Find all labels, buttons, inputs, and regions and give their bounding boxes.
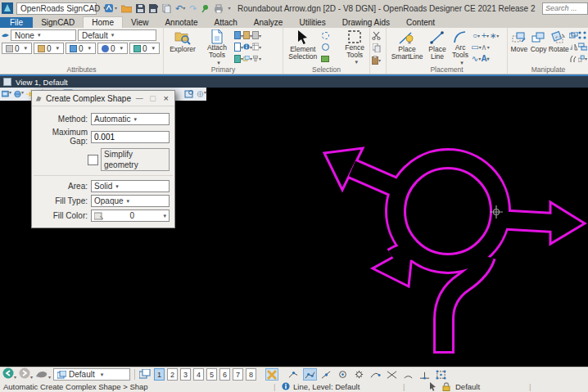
array-icon[interactable]: [578, 31, 587, 40]
markups-icon[interactable]: [243, 54, 252, 63]
place-rectangle-icon[interactable]: ▭: [472, 43, 481, 52]
stretch-icon[interactable]: [569, 54, 578, 63]
view-toggle-8[interactable]: 8: [246, 368, 256, 381]
view-group-dropdown[interactable]: Default: [53, 368, 130, 381]
move-button[interactable]: Move: [509, 29, 529, 65]
active-color-dropdown[interactable]: 0: [2, 43, 32, 54]
active-line-weight-dropdown[interactable]: 0: [66, 43, 96, 54]
undo-icon[interactable]: ↶: [175, 3, 185, 13]
fence-tools-button[interactable]: Fence Tools: [341, 29, 368, 65]
tab-utilities[interactable]: Utilities: [291, 17, 333, 28]
selection-set-icon[interactable]: [429, 382, 436, 392]
forward-view-button[interactable]: [19, 367, 33, 382]
snap-tangent-icon[interactable]: [369, 368, 382, 381]
arc-tools-button[interactable]: Arc Tools: [449, 29, 472, 65]
cell-tools-icon[interactable]: [252, 54, 261, 63]
view-toggle-6[interactable]: 6: [219, 368, 230, 381]
view-toggle-3[interactable]: 3: [180, 368, 191, 381]
tab-home[interactable]: Home: [83, 16, 123, 28]
snap-origin-icon[interactable]: [352, 368, 366, 381]
fill-type-dropdown[interactable]: Opaque: [91, 195, 170, 207]
element-selection-button[interactable]: Element Selection: [285, 29, 321, 65]
simplify-geometry-label[interactable]: Simplify geometry: [101, 148, 170, 171]
active-style-dropdown[interactable]: Default: [78, 29, 156, 41]
save-icon[interactable]: [136, 4, 145, 13]
view-toggle-4[interactable]: 4: [193, 368, 204, 381]
cut-icon[interactable]: [372, 31, 381, 40]
active-line-style-dropdown[interactable]: 0: [34, 43, 64, 54]
attach-tools-button[interactable]: Attach Tools: [200, 29, 234, 65]
customize-quick-access-icon[interactable]: [228, 3, 230, 13]
snap-multipoint-icon[interactable]: [303, 368, 317, 381]
align-icon[interactable]: [578, 43, 587, 52]
auxiliary-coordinates-icon[interactable]: [252, 31, 261, 40]
place-smartline-button[interactable]: Place SmartLine: [388, 29, 426, 65]
pattern-area-icon[interactable]: ∗: [490, 31, 499, 40]
dgn-version-icon[interactable]: [105, 3, 117, 13]
view-title-bar[interactable]: View 1, Default: [0, 74, 588, 88]
snap-perpendicular-icon[interactable]: [418, 368, 432, 381]
level-manager-icon[interactable]: [234, 54, 243, 63]
print-icon[interactable]: [214, 4, 224, 13]
cell-library-icon[interactable]: [243, 31, 252, 40]
modify-stack-icon[interactable]: ∧: [481, 43, 490, 52]
tab-file[interactable]: File: [0, 17, 33, 28]
method-dropdown[interactable]: Automatic: [91, 113, 170, 125]
tab-drawing-aids[interactable]: Drawing Aids: [334, 17, 398, 28]
dialog-close-button[interactable]: ×: [161, 93, 171, 103]
compress-icon[interactable]: [162, 4, 171, 13]
saved-views-icon[interactable]: [252, 43, 261, 52]
element-template-dropdown[interactable]: None: [11, 29, 76, 41]
tab-signcad[interactable]: SignCAD: [33, 17, 83, 28]
mirror-icon[interactable]: [569, 43, 578, 52]
accudraw-toggle-button[interactable]: [265, 368, 278, 381]
move-to-contact-icon[interactable]: [578, 54, 587, 63]
rotate-button[interactable]: Rotate: [548, 29, 569, 65]
active-transparency-dropdown[interactable]: 0: [97, 43, 128, 54]
references-icon[interactable]: [234, 43, 243, 52]
dialog-title-bar[interactable]: Create Complex Shape — ▢ ×: [32, 91, 174, 106]
tab-attach[interactable]: Attach: [206, 17, 246, 28]
fill-color-dropdown[interactable]: 0: [91, 210, 170, 222]
view-toggle-2[interactable]: 2: [167, 368, 178, 381]
max-gap-input[interactable]: [91, 131, 170, 143]
manage-view-groups-icon[interactable]: [139, 367, 152, 382]
snap-point-on-element-icon[interactable]: [434, 368, 448, 381]
open-file-icon[interactable]: [121, 4, 132, 13]
simplify-geometry-checkbox[interactable]: [88, 155, 98, 165]
snap-keypoint-icon[interactable]: [287, 368, 301, 381]
place-point-icon[interactable]: +: [481, 31, 490, 40]
area-dropdown[interactable]: Solid: [91, 180, 170, 192]
tab-annotate[interactable]: Annotate: [156, 17, 206, 28]
dialog-minimize-button[interactable]: —: [134, 94, 144, 102]
item-details-icon[interactable]: [243, 43, 252, 52]
place-line-button[interactable]: Place Line: [426, 29, 449, 65]
snap-nearest-icon[interactable]: [319, 368, 333, 381]
snap-center-icon[interactable]: [336, 368, 350, 381]
tab-view[interactable]: View: [123, 17, 157, 28]
snap-midpoint-arc-icon[interactable]: [401, 368, 415, 381]
active-lock-icon[interactable]: [442, 382, 450, 392]
pin-icon[interactable]: [201, 4, 210, 13]
workflow-selector[interactable]: OpenRoads SignCAD: [16, 2, 97, 15]
view-toggle-7[interactable]: 7: [233, 368, 243, 381]
search-input[interactable]: [542, 2, 588, 15]
select-by-attributes-icon[interactable]: [321, 54, 330, 63]
select-none-icon[interactable]: [321, 43, 330, 52]
models-icon[interactable]: [234, 31, 243, 40]
copy-to-clipboard-icon[interactable]: [372, 43, 381, 52]
place-polyline-icon[interactable]: ∿: [472, 54, 481, 63]
place-circle-icon[interactable]: ○: [472, 31, 481, 40]
save-settings-icon[interactable]: [149, 4, 158, 13]
copy-button[interactable]: Copy: [529, 29, 549, 65]
view-toggle-5[interactable]: 5: [206, 368, 217, 381]
back-view-button[interactable]: [2, 367, 16, 382]
redo-icon[interactable]: ↷: [189, 3, 197, 13]
tab-analyze[interactable]: Analyze: [246, 17, 292, 28]
view-toggle-1[interactable]: 1: [154, 368, 165, 381]
active-priority-dropdown[interactable]: 0: [129, 43, 160, 54]
annotation-marker-button[interactable]: [35, 367, 51, 382]
select-all-icon[interactable]: [321, 31, 330, 40]
paste-icon[interactable]: [372, 56, 381, 65]
snap-intersection-icon[interactable]: [385, 368, 399, 381]
